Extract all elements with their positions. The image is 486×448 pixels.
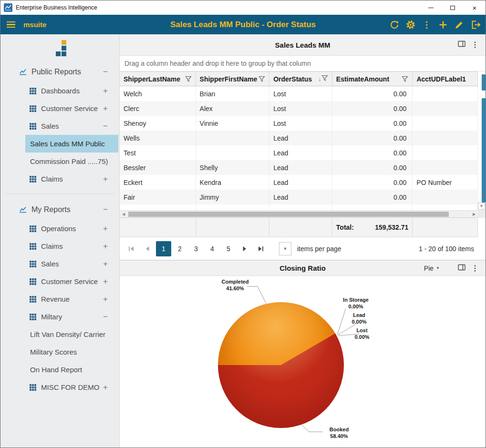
cell-udf — [413, 101, 478, 116]
column-header-acctudflabel1[interactable]: AcctUDFLabel1 — [413, 72, 478, 86]
sidebar-item-sales[interactable]: Sales − — [0, 117, 119, 135]
group-by-dropzone[interactable]: Drag a column header and drop it here to… — [120, 56, 486, 71]
sidebar-item-label: Claims — [41, 242, 63, 250]
horizontal-scrollbar[interactable]: ◀ ▶ — [120, 210, 486, 217]
table-row[interactable]: Clerc Alex Lost 0.00 — [120, 101, 478, 116]
scrollbar-thumb[interactable] — [128, 212, 449, 217]
sidebar-item-claims[interactable]: Claims + — [0, 170, 119, 188]
filter-icon[interactable] — [321, 75, 328, 83]
column-label: ShipperFirstName — [200, 75, 258, 83]
sidebar-item-military-scores[interactable]: Military Scores — [25, 343, 118, 361]
sidebar-item-misc-for-demo[interactable]: MISC FOR DEMO + — [0, 378, 119, 396]
cell-lastname: Fair — [120, 190, 196, 204]
sidebar-item-dashboards[interactable]: Dashboards + — [0, 82, 119, 100]
scroll-left-button[interactable]: ◀ — [120, 211, 127, 218]
table-row[interactable]: Bessler Shelly Lead 0.00 — [120, 160, 478, 175]
grid-panel-header: Sales Leads MM ⋮ — [120, 34, 486, 56]
chart-type-select[interactable]: Pie ▼ — [424, 265, 440, 272]
scrollbar-arrow[interactable] — [482, 74, 486, 91]
page-button-4[interactable]: 4 — [205, 241, 220, 256]
sidebar-item-on-hand-report[interactable]: On Hand Report — [25, 361, 118, 378]
table-row[interactable]: Eckert Kendra Lead 0.00 PO Number — [120, 175, 478, 190]
collapse-toggle[interactable]: − — [103, 122, 108, 131]
table-row[interactable]: Test Lead 0.00 — [120, 145, 478, 160]
table-row[interactable]: Wells Lead 0.00 — [120, 131, 478, 145]
sidebar-item-miltary[interactable]: Miltary − — [0, 308, 119, 326]
expand-toggle[interactable]: + — [103, 224, 108, 234]
refresh-icon[interactable] — [389, 19, 400, 30]
sidebar-section-public-reports[interactable]: Public Reports − — [0, 62, 119, 82]
close-button[interactable]: × — [464, 0, 486, 15]
page-button-2[interactable]: 2 — [172, 241, 187, 256]
sidebar-item-lift-van-density-carrier[interactable]: Lift Van Density/ Carrier — [25, 326, 118, 343]
sidebar-item-label: Revenue — [41, 295, 70, 303]
expand-toggle[interactable]: + — [103, 174, 108, 184]
page-button-1[interactable]: 1 — [156, 241, 171, 256]
kebab-icon[interactable]: ⋮ — [471, 41, 479, 49]
sidebar-item-sales-2[interactable]: Sales + — [0, 255, 119, 273]
sidebar-item-customer-service[interactable]: Customer Service + — [0, 100, 119, 117]
pie-chart[interactable] — [218, 302, 344, 428]
collapse-toggle[interactable]: − — [103, 312, 108, 322]
app-header: msuite Sales Leads MM Public - Order Sta… — [0, 15, 486, 34]
column-header-shipperfirstname[interactable]: ShipperFirstName — [196, 72, 270, 86]
expand-toggle[interactable]: + — [103, 104, 108, 113]
items-per-page-select[interactable]: ▼ — [279, 242, 291, 255]
sidebar-item-sales-leads-mm-public[interactable]: Sales Leads MM Public — [25, 135, 118, 153]
table-row[interactable]: Fair Jimmy Lead 0.00 — [120, 190, 478, 204]
sidebar-item-operations[interactable]: Operations + — [0, 220, 119, 237]
minimize-button[interactable] — [420, 0, 442, 15]
grid-icon — [29, 384, 37, 391]
maximize-icon — [450, 6, 455, 10]
grid-icon — [29, 225, 37, 233]
cell-udf — [413, 131, 478, 145]
cell-lastname: Wells — [120, 131, 196, 145]
sidebar-item-claims-2[interactable]: Claims + — [0, 237, 119, 255]
edit-icon[interactable] — [454, 19, 465, 30]
expand-toggle[interactable]: + — [103, 295, 108, 304]
scroll-down-button[interactable]: ▼ — [478, 203, 485, 210]
maximize-button[interactable] — [442, 0, 464, 15]
table-row[interactable]: Shenoy Vinnie Lost 0.00 — [120, 116, 478, 131]
logout-icon[interactable] — [470, 19, 481, 30]
grid-icon — [29, 122, 37, 130]
scroll-right-button[interactable]: ▶ — [470, 211, 478, 218]
filter-icon[interactable] — [259, 76, 265, 82]
column-label: ShipperLastName — [124, 75, 180, 83]
first-page-button[interactable] — [124, 241, 139, 256]
sidebar-item-revenue[interactable]: Revenue + — [0, 290, 119, 308]
gear-icon[interactable] — [405, 19, 416, 30]
collapse-toggle[interactable]: − — [103, 205, 108, 214]
window-icon[interactable] — [458, 40, 465, 50]
kebab-icon[interactable]: ⋮ — [471, 265, 479, 272]
total-value: 159,532.71 — [375, 224, 408, 231]
sidebar-item-customer-service-2[interactable]: Customer Service + — [0, 273, 119, 290]
window-icon[interactable] — [458, 264, 465, 273]
expand-toggle[interactable]: + — [103, 259, 108, 269]
expand-toggle[interactable]: + — [103, 86, 108, 96]
scrollbar-thumb[interactable] — [482, 98, 486, 203]
expand-toggle[interactable]: + — [103, 277, 108, 286]
pie-label-lost: Lost 0.00% — [348, 327, 376, 341]
sidebar-item-commission-paid[interactable]: Commission Paid .....75) — [25, 153, 118, 170]
page-button-5[interactable]: 5 — [221, 241, 236, 256]
column-header-shipperlastname[interactable]: ShipperLastName — [120, 72, 196, 86]
table-row[interactable]: Welch Brian Lost 0.00 — [120, 86, 478, 101]
cell-status: Lead — [269, 145, 332, 160]
column-header-estimateamount[interactable]: EstimateAmount — [332, 72, 413, 86]
collapse-toggle[interactable]: − — [103, 67, 108, 77]
add-icon[interactable] — [437, 19, 448, 30]
menu-icon[interactable] — [7, 21, 15, 28]
cell-status: Lead — [269, 131, 332, 145]
column-header-orderstatus[interactable]: OrderStatus ↓ — [269, 72, 332, 86]
kebab-icon[interactable]: ⋮ — [421, 19, 432, 30]
last-page-button[interactable] — [253, 241, 269, 256]
expand-toggle[interactable]: + — [103, 242, 108, 251]
page-button-3[interactable]: 3 — [188, 241, 204, 256]
next-page-button[interactable] — [237, 241, 252, 256]
sidebar-section-my-reports[interactable]: My Reports − — [0, 200, 119, 220]
filter-icon[interactable] — [402, 76, 408, 82]
expand-toggle[interactable]: + — [103, 383, 108, 392]
filter-icon[interactable] — [185, 76, 192, 82]
prev-page-button[interactable] — [140, 241, 155, 256]
